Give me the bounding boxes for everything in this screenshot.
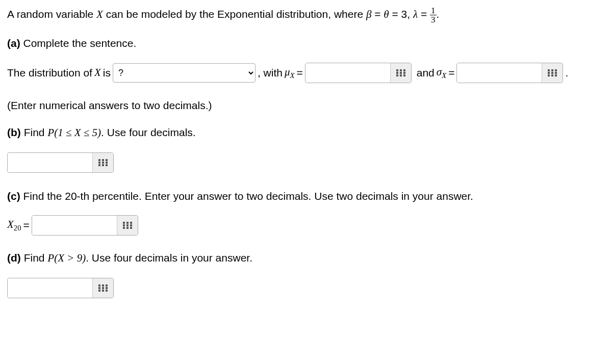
part-d-input-group (7, 278, 114, 298)
svg-rect-17 (555, 74, 557, 76)
svg-rect-39 (98, 287, 100, 289)
text: . (565, 65, 568, 81)
keypad-icon[interactable] (117, 216, 138, 235)
svg-rect-2 (403, 69, 405, 71)
svg-rect-41 (106, 287, 108, 289)
svg-rect-23 (106, 162, 108, 164)
svg-rect-37 (102, 284, 104, 287)
part-b-input[interactable] (8, 153, 92, 172)
prob-expression: P(1 ≤ X ≤ 5) (47, 126, 101, 139)
part-c-input[interactable] (32, 216, 117, 235)
svg-rect-22 (102, 162, 104, 164)
svg-rect-8 (403, 74, 405, 76)
text: The distribution of (7, 65, 92, 81)
svg-rect-33 (123, 227, 125, 229)
intro-text: A random variable X can be modeled by th… (7, 6, 605, 24)
text: Find (21, 252, 48, 264)
part-a-prompt: (a) Complete the sentence. (7, 35, 605, 51)
text: = (371, 8, 384, 20)
svg-rect-18 (98, 159, 100, 161)
svg-rect-38 (106, 284, 108, 287)
svg-rect-35 (130, 227, 132, 229)
svg-rect-12 (548, 72, 550, 74)
svg-rect-9 (548, 69, 550, 71)
var-beta: β (366, 8, 371, 20)
svg-rect-13 (551, 72, 553, 74)
text: A random variable (7, 8, 96, 20)
text: . (437, 8, 440, 20)
svg-rect-44 (106, 290, 108, 292)
fraction-one-third: 13 (430, 6, 437, 24)
var-theta: θ (384, 8, 389, 20)
svg-rect-26 (106, 164, 108, 166)
text: . Use four decimals in your answer. (86, 252, 252, 264)
keypad-icon[interactable] (92, 153, 113, 172)
text: = (448, 65, 454, 81)
svg-rect-10 (551, 69, 553, 71)
svg-rect-16 (551, 74, 553, 76)
part-b-prompt: (b) Find P(1 ≤ X ≤ 5). Use four decimals… (7, 124, 605, 141)
prob-expression: P(X > 9) (47, 252, 86, 264)
svg-rect-1 (400, 69, 402, 71)
sigma-x: σX (437, 64, 446, 81)
svg-rect-7 (400, 74, 402, 76)
svg-rect-14 (555, 72, 557, 74)
svg-rect-4 (400, 72, 402, 74)
text: , with (258, 65, 283, 81)
text: and (417, 65, 435, 81)
part-c-row: X20 = (7, 215, 605, 236)
svg-rect-24 (98, 164, 100, 166)
keypad-icon[interactable] (542, 63, 563, 83)
svg-rect-3 (396, 72, 398, 74)
svg-rect-31 (126, 224, 129, 226)
text: Complete the sentence. (20, 37, 137, 49)
part-d-prompt: (d) Find P(X > 9). Use four decimals in … (7, 250, 605, 267)
text: = (418, 8, 430, 20)
svg-rect-11 (555, 69, 557, 71)
svg-rect-30 (123, 224, 125, 226)
svg-rect-40 (102, 287, 104, 289)
part-label: (b) (7, 126, 21, 138)
svg-rect-34 (126, 227, 129, 229)
part-d-input[interactable] (8, 278, 92, 298)
mu-input[interactable] (305, 63, 390, 83)
svg-rect-32 (130, 224, 132, 226)
part-label: (d) (7, 252, 21, 264)
part-label: (a) (7, 37, 20, 49)
part-b-input-group (7, 152, 114, 173)
keypad-icon[interactable] (390, 63, 411, 83)
text: is (103, 65, 111, 81)
sigma-input[interactable] (457, 63, 542, 83)
svg-rect-27 (123, 222, 125, 224)
text: = 3, (389, 8, 413, 20)
keypad-icon[interactable] (92, 278, 113, 298)
svg-rect-5 (403, 72, 405, 74)
text: Find (21, 126, 48, 138)
svg-rect-43 (102, 290, 104, 292)
part-c-prompt: (c) Find the 20-th percentile. Enter you… (7, 188, 605, 204)
text: . Use four decimals. (101, 126, 196, 138)
svg-rect-28 (126, 222, 129, 224)
var-X: X (94, 65, 101, 81)
svg-rect-29 (130, 222, 132, 224)
x20-label: X20 (7, 217, 21, 233)
svg-rect-36 (98, 284, 100, 287)
text: Find the 20-th percentile. Enter your an… (20, 190, 473, 202)
var-X: X (96, 8, 103, 20)
mu-input-group (305, 63, 412, 83)
svg-rect-25 (102, 164, 104, 166)
part-label: (c) (7, 190, 20, 202)
var-lambda: λ (413, 8, 418, 20)
svg-rect-0 (396, 69, 398, 71)
svg-rect-19 (102, 159, 104, 161)
part-a-note: (Enter numerical answers to two decimals… (7, 97, 605, 114)
text: can be modeled by the Exponential distri… (103, 8, 366, 20)
text: = (23, 217, 30, 233)
distribution-select[interactable]: ? (113, 63, 256, 83)
svg-rect-42 (98, 290, 100, 292)
part-c-input-group (32, 215, 138, 236)
svg-rect-6 (396, 74, 398, 76)
text: = (296, 65, 302, 81)
sigma-input-group (456, 63, 563, 83)
part-a-sentence: The distribution of X is ? , with μX = a… (7, 63, 605, 83)
